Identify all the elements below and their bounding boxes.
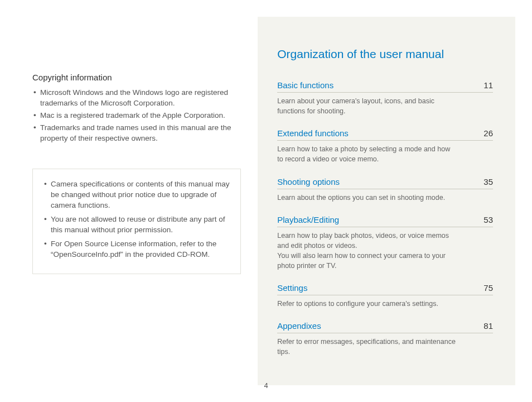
toc-header: Settings 75	[277, 283, 493, 295]
toc-page: 53	[483, 215, 493, 224]
toc-desc: Learn how to take a photo by selecting a…	[277, 144, 456, 164]
list-item: Microsoft Windows and the Windows logo a…	[32, 88, 241, 109]
toc-item-playback-editing: Playback/Editing 53 Learn how to play ba…	[277, 215, 493, 271]
toc-page: 26	[483, 128, 493, 138]
toc-item-shooting-options: Shooting options 35 Learn about the opti…	[277, 177, 493, 203]
toc-page: 75	[483, 283, 493, 293]
list-item: Trademarks and trade names used in this …	[32, 123, 241, 144]
toc-header: Basic functions 11	[277, 80, 493, 93]
page: Copyright information Microsoft Windows …	[0, 0, 532, 402]
right-column: Organization of the user manual Basic fu…	[258, 17, 515, 385]
copyright-heading: Copyright information	[32, 73, 241, 82]
toc-desc: Refer to error messages, specifications,…	[277, 337, 456, 357]
toc-header: Extended functions 26	[277, 128, 493, 141]
toc-header: Appendixes 81	[277, 321, 493, 333]
toc-header: Shooting options 35	[277, 177, 493, 189]
toc-desc: Learn about your camera's layout, icons,…	[277, 96, 456, 116]
toc-page: 81	[483, 321, 493, 331]
notice-bullets: Camera specifications or contents of thi…	[43, 179, 230, 260]
toc-item-basic-functions: Basic functions 11 Learn about your came…	[277, 80, 493, 116]
toc-title[interactable]: Extended functions	[277, 128, 349, 138]
left-column: Copyright information Microsoft Windows …	[0, 0, 258, 402]
toc-item-appendixes: Appendixes 81 Refer to error messages, s…	[277, 321, 493, 357]
list-item: For Open Source License information, ref…	[43, 239, 230, 260]
toc-item-settings: Settings 75 Refer to options to configur…	[277, 283, 493, 309]
copyright-bullets: Microsoft Windows and the Windows logo a…	[32, 88, 241, 143]
notice-box: Camera specifications or contents of thi…	[32, 169, 241, 274]
toc-header: Playback/Editing 53	[277, 215, 493, 227]
toc-page: 35	[483, 177, 493, 186]
toc-title[interactable]: Appendixes	[277, 321, 321, 331]
organization-heading: Organization of the user manual	[277, 47, 493, 61]
toc-title[interactable]: Shooting options	[277, 177, 340, 186]
toc-desc: Refer to options to configure your camer…	[277, 299, 456, 309]
list-item: You are not allowed to reuse or distribu…	[43, 214, 230, 236]
toc-desc: Learn how to play back photos, videos, o…	[277, 231, 456, 271]
list-item: Camera specifications or contents of thi…	[43, 179, 230, 211]
toc-item-extended-functions: Extended functions 26 Learn how to take …	[277, 128, 493, 164]
toc-page: 11	[483, 80, 493, 90]
toc-title[interactable]: Basic functions	[277, 80, 333, 90]
list-item: Mac is a registered trademark of the App…	[32, 111, 241, 121]
page-number: 4	[264, 381, 268, 390]
toc-title[interactable]: Playback/Editing	[277, 215, 339, 224]
toc-title[interactable]: Settings	[277, 283, 307, 293]
toc-desc: Learn about the options you can set in s…	[277, 193, 456, 203]
